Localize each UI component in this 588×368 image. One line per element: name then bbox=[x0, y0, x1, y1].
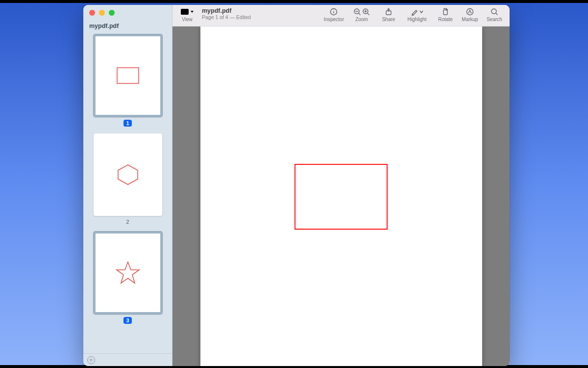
markup-button[interactable]: Markup bbox=[459, 7, 481, 22]
svg-rect-0 bbox=[117, 68, 139, 83]
rotate-label: Rotate bbox=[438, 17, 452, 22]
chevron-down-icon bbox=[190, 10, 194, 14]
document-title: mypdf.pdf bbox=[202, 7, 251, 14]
search-label: Search bbox=[487, 17, 502, 22]
rectangle-annotation[interactable] bbox=[294, 164, 388, 230]
info-icon bbox=[330, 8, 338, 16]
zoom-in-icon bbox=[362, 8, 370, 16]
view-menu-button[interactable]: View bbox=[176, 7, 198, 22]
minimize-window-button[interactable] bbox=[99, 10, 105, 16]
rectangle-icon bbox=[113, 65, 143, 86]
thumbnail-item[interactable]: 3 bbox=[89, 232, 166, 324]
page-1[interactable] bbox=[200, 26, 482, 366]
svg-point-20 bbox=[491, 9, 496, 14]
thumbnail-list[interactable]: 1 2 3 bbox=[83, 31, 172, 353]
zoom-controls[interactable]: Zoom bbox=[348, 7, 375, 22]
inspector-label: Inspector bbox=[324, 17, 344, 22]
main-area: View mypdf.pdf Page 1 of 4 — Edited Insp… bbox=[172, 5, 510, 366]
desktop-menubar-strip bbox=[0, 0, 588, 3]
close-window-button[interactable] bbox=[89, 10, 95, 16]
add-page-button[interactable] bbox=[87, 356, 95, 364]
svg-marker-2 bbox=[117, 262, 139, 283]
hexagon-icon bbox=[114, 162, 142, 187]
chevron-down-icon bbox=[419, 10, 423, 14]
svg-line-9 bbox=[359, 13, 361, 15]
svg-point-7 bbox=[334, 10, 334, 10]
view-label: View bbox=[182, 17, 193, 22]
svg-marker-1 bbox=[118, 165, 138, 184]
search-icon bbox=[490, 8, 498, 16]
thumbnail-item[interactable]: 2 bbox=[89, 133, 166, 225]
title-block: mypdf.pdf Page 1 of 4 — Edited bbox=[202, 7, 251, 20]
share-icon bbox=[385, 8, 392, 16]
sidebar-footer bbox=[83, 353, 172, 366]
zoom-label: Zoom bbox=[355, 17, 368, 22]
search-button[interactable]: Search bbox=[483, 7, 506, 22]
thumbnail-label: 3 bbox=[123, 317, 131, 324]
window-traffic-lights bbox=[83, 5, 172, 19]
thumbnail-page-1[interactable] bbox=[94, 34, 162, 117]
thumbnail-label: 2 bbox=[124, 219, 131, 225]
highlighter-icon bbox=[411, 8, 418, 16]
thumbnail-page-3[interactable] bbox=[94, 232, 162, 314]
rotate-icon bbox=[441, 8, 449, 16]
svg-line-12 bbox=[368, 13, 369, 15]
inspector-button[interactable]: Inspector bbox=[322, 7, 346, 22]
svg-rect-18 bbox=[443, 10, 447, 15]
document-page-status: Page 1 of 4 — Edited bbox=[202, 14, 251, 20]
star-icon bbox=[114, 260, 142, 286]
markup-icon bbox=[466, 8, 474, 16]
share-button[interactable]: Share bbox=[377, 7, 400, 22]
svg-rect-3 bbox=[181, 9, 189, 15]
zoom-window-button[interactable] bbox=[109, 10, 115, 16]
markup-label: Markup bbox=[462, 17, 478, 22]
document-canvas[interactable] bbox=[172, 26, 510, 366]
highlight-label: Highlight bbox=[408, 17, 427, 22]
toolbar: View mypdf.pdf Page 1 of 4 — Edited Insp… bbox=[172, 5, 510, 26]
thumbnail-label: 1 bbox=[123, 120, 131, 127]
preview-window: mypdf.pdf 1 2 3 bbox=[83, 5, 510, 366]
sidebar: mypdf.pdf 1 2 3 bbox=[83, 5, 172, 366]
rotate-button[interactable]: Rotate bbox=[434, 7, 457, 22]
zoom-out-icon bbox=[353, 8, 361, 16]
share-label: Share bbox=[382, 17, 395, 22]
sidebar-document-title: mypdf.pdf bbox=[83, 19, 172, 31]
thumbnail-page-2[interactable] bbox=[94, 133, 162, 216]
svg-line-21 bbox=[496, 13, 498, 15]
sidebar-toggle-icon bbox=[180, 8, 189, 15]
thumbnail-item[interactable]: 1 bbox=[89, 34, 166, 127]
highlight-button[interactable]: Highlight bbox=[402, 7, 432, 22]
